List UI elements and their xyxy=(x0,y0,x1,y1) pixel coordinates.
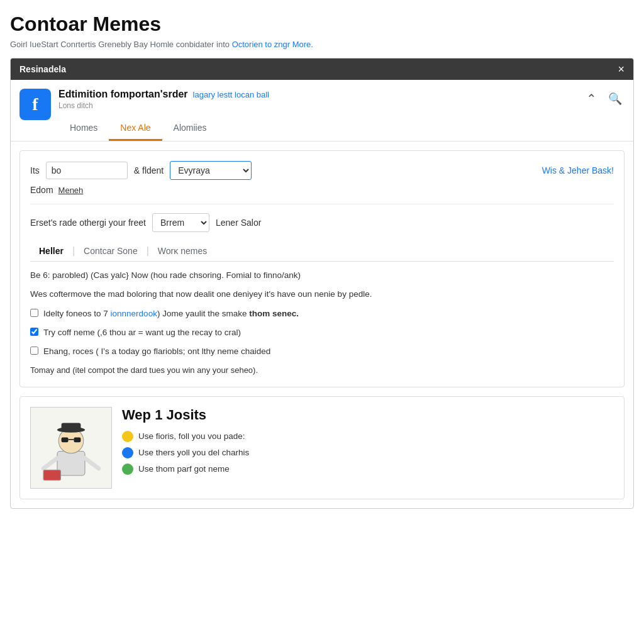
svg-line-6 xyxy=(85,458,99,469)
dot-fb-icon xyxy=(122,447,133,458)
subtitle-text: Goirl IueStart Conrtertis Grenebly Bay H… xyxy=(10,40,230,49)
svg-rect-3 xyxy=(74,437,80,442)
widget-list: Use fioris, foll you vou pade: Use thers… xyxy=(122,431,614,475)
tab-nex-ale[interactable]: Nex Ale xyxy=(109,116,162,141)
checkbox-2-text: Try coff neme (,6 thou ar = want ug the … xyxy=(43,326,241,339)
filter-input-bo[interactable] xyxy=(46,162,128,179)
tab-alomiies[interactable]: Alomiies xyxy=(162,116,218,141)
svg-rect-9 xyxy=(43,470,61,480)
app-name-row: Edtimition fomportan'srder lagary lestt … xyxy=(58,89,579,100)
svg-rect-0 xyxy=(57,451,85,475)
tabs-row: Homes Nex Ale Alomiies xyxy=(58,116,579,141)
app-subtitle: Lons ditch xyxy=(58,101,579,110)
filter-label-edom: Edom xyxy=(30,185,53,195)
widget-list-item-2: Use thers yoll you del charhis xyxy=(122,447,614,458)
inner-tab-contcar-sone[interactable]: Contcar Sone xyxy=(75,241,147,261)
widget-item-2-text: Use thers yoll you del charhis xyxy=(138,448,249,457)
checkbox-1[interactable] xyxy=(30,309,38,317)
filter-label-erset: Erset's rade othergi your freet xyxy=(30,218,146,228)
inner-tab-work-nemes[interactable]: Worκ nemes xyxy=(149,241,216,261)
app-name: Edtimition fomportan'srder xyxy=(58,89,188,100)
widget-title: Wep 1 Josits xyxy=(122,407,614,423)
content-text: Be 6: parobled) (Cas yalc} Now (hou rade… xyxy=(30,269,614,377)
filter-link-right[interactable]: Wis & Jeher Bask! xyxy=(542,165,614,175)
filter-label-its: Its xyxy=(30,165,40,175)
app-info: Edtimition fomportan'srder lagary lestt … xyxy=(58,89,579,141)
lener-salor-label: Lener Salor xyxy=(216,218,261,228)
app-icon: f xyxy=(19,89,51,120)
page-subtitle: Goirl IueStart Conrtertis Grenebly Bay H… xyxy=(10,40,634,49)
app-name-links[interactable]: lagary lestt locan ball xyxy=(193,90,269,99)
checkbox-3-text: Ehang, roces ( I's a today go flariobls;… xyxy=(43,345,270,358)
widget-list-item-3: Use thom parf got neme xyxy=(122,464,614,475)
svg-line-5 xyxy=(43,458,57,469)
filter-row-3: Erset's rade othergi your freet Brrem Op… xyxy=(30,204,614,232)
filter-link-meneh[interactable]: Meneh xyxy=(58,186,84,195)
app-row: f Edtimition fomportan'srder lagary lest… xyxy=(11,80,633,142)
para1: Be 6: parobled) (Cas yalc} Now (hou rade… xyxy=(30,269,614,282)
dot-globe-icon xyxy=(122,464,133,475)
filter-select-evyraya[interactable]: Evyraya Option 2 Option 3 xyxy=(170,161,252,180)
modal-panel: Resinadela × f Edtimition fomportan'srde… xyxy=(10,58,634,509)
checkbox-2[interactable] xyxy=(30,328,38,336)
svg-rect-8 xyxy=(62,423,81,431)
widget-card: Wep 1 Josits Use fioris, foll you vou pa… xyxy=(19,396,625,499)
page-wrapper: Contoar Memes Goirl IueStart Conrtertis … xyxy=(0,0,644,644)
search-icon[interactable]: 🔍 xyxy=(606,92,625,106)
filter-select-brrem[interactable]: Brrem Option 2 xyxy=(152,213,209,232)
widget-image xyxy=(30,407,112,489)
widget-illustration xyxy=(36,413,106,482)
checkbox-row-2: Try coff neme (,6 thou ar = want ug the … xyxy=(30,326,614,339)
modal-title: Resinadela xyxy=(19,64,66,74)
dot-yellow-icon xyxy=(122,431,133,442)
checkbox-row-1: Idelty foneos to 7 ionnnerdook) Jome yau… xyxy=(30,308,614,320)
widget-list-item-1: Use fioris, foll you vou pade: xyxy=(122,431,614,442)
widget-content: Wep 1 Josits Use fioris, foll you vou pa… xyxy=(122,407,614,480)
modal-header: Resinadela × xyxy=(11,58,633,80)
filter-row-2: Edom Meneh xyxy=(30,185,614,195)
checkbox-1-text: Idelty foneos to 7 ionnnerdook) Jome yau… xyxy=(43,308,299,320)
filter-row-1: Its & fldent Evyraya Option 2 Option 3 W… xyxy=(30,161,614,180)
checkbox-1-link[interactable]: ionnnerdook xyxy=(111,309,157,318)
page-title: Contoar Memes xyxy=(10,13,634,36)
inner-tab-heller[interactable]: Heller xyxy=(30,241,72,261)
bottom-text: Tomay and (itel compot the dard tues you… xyxy=(30,364,614,377)
filter-label-fldent: & fldent xyxy=(134,165,164,175)
widget-item-3-text: Use thom parf got neme xyxy=(138,464,230,474)
content-section: Its & fldent Evyraya Option 2 Option 3 W… xyxy=(19,150,625,387)
checkbox-3[interactable] xyxy=(30,347,38,355)
app-icon-letter: f xyxy=(32,94,38,114)
svg-rect-2 xyxy=(62,437,69,442)
checkbox-row-3: Ehang, roces ( I's a today go flariobls;… xyxy=(30,345,614,358)
para2: Wes coftermove the mad boloring that now… xyxy=(30,288,614,301)
widget-item-1-text: Use fioris, foll you vou pade: xyxy=(138,431,245,441)
modal-close-button[interactable]: × xyxy=(618,64,625,75)
collapse-icon[interactable]: ⌃ xyxy=(579,91,597,106)
inner-tabs: Heller | Contcar Sone | Worκ nemes xyxy=(30,241,614,262)
tab-homes[interactable]: Homes xyxy=(58,116,109,141)
subtitle-link[interactable]: Octorien to zngr More. xyxy=(232,40,313,49)
